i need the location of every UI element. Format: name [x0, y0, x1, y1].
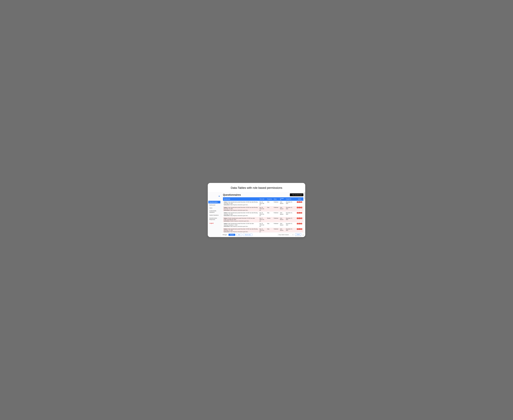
cell-questionnaire: Subject: Daily Questionnaire posted Dece…: [223, 222, 259, 228]
table-row: Subject: Weekly Questionnaire posted Dec…: [223, 217, 303, 222]
sidebar-item-4[interactable]: System Questions: [208, 214, 220, 217]
view-icon[interactable]: [297, 228, 299, 230]
cell-timeLimit: Dec 17, 2022 5:24 pm: [259, 217, 266, 222]
debugger-bar: Debugger Normal Slow Step-by-step Group …: [221, 232, 305, 237]
main-scroll[interactable]: Questionnaires +New Questionnaire Questi…: [221, 192, 305, 232]
table-body: Subject: Daily Questionnaire posted Dece…: [223, 201, 303, 232]
cell-status: Published: [273, 206, 279, 212]
sidebar: ◀ QuestionnairesMy AccountUsersCustomiza…: [208, 192, 221, 237]
cell-timeLimit: Dec 18, 2022 3:42 pm: [259, 206, 266, 212]
table-row: Subject: Daily Questionnaire posted Dece…: [223, 222, 303, 228]
sidebar-item-5[interactable]: Questionnaires Responses: [208, 217, 220, 221]
delete-icon[interactable]: [300, 218, 302, 219]
speed-normal-button[interactable]: Normal: [229, 234, 235, 236]
table-row: Subject: Daily Questionnaire posted Dece…: [223, 211, 303, 217]
col-5[interactable]: Created On: [285, 197, 296, 201]
delete-icon[interactable]: [300, 207, 302, 208]
cell-createdOn: December 10, 2022: [285, 228, 296, 232]
inspect-button[interactable]: Inspect: [295, 233, 301, 235]
cell-frequency: Daily: [266, 228, 273, 232]
cell-createdBy: Infex Biztech: [279, 228, 285, 232]
chevron-down-icon: ▾: [293, 234, 293, 235]
questionnaires-table: QuestionnaireTime LimitFrequencyStatusCr…: [223, 197, 303, 232]
card-title: Data-Tables with role based permissions: [208, 183, 305, 192]
cell-timeLimit: Dec 12, 2022 4:54 pm: [259, 228, 266, 232]
new-questionnaire-button[interactable]: +New Questionnaire: [290, 193, 303, 196]
cell-createdBy: Infex Biztech: [279, 217, 285, 222]
speed-segment: Normal Slow Step-by-step: [229, 234, 253, 236]
sidebar-logout[interactable]: Logout: [208, 222, 220, 225]
cell-timeLimit: Dec 16, 2022 4:43 pm: [259, 222, 266, 228]
cell-actions: [296, 211, 303, 217]
users-icon[interactable]: [299, 201, 300, 203]
col-1[interactable]: Time Limit: [259, 197, 266, 201]
cell-frequency: Daily: [266, 222, 273, 228]
cell-timeLimit: Dec 18, 2022 3:48 pm: [259, 201, 266, 206]
main-panel: Questionnaires +New Questionnaire Questi…: [221, 192, 305, 237]
view-icon[interactable]: [297, 212, 299, 214]
sidebar-item-1[interactable]: My Account: [208, 204, 220, 206]
cell-questionnaire: Subject: Weekly Questionnaire posted Dec…: [223, 217, 259, 222]
sidebar-nav: QuestionnairesMy AccountUsersCustomizabl…: [208, 201, 221, 225]
col-2[interactable]: Frequency: [266, 197, 273, 201]
speed-step-button[interactable]: Step-by-step: [243, 234, 253, 236]
sidebar-item-2[interactable]: Users: [208, 207, 220, 209]
element-select[interactable]: Group Table Container ▾: [278, 234, 294, 236]
cell-status: Published: [273, 201, 279, 206]
col-6[interactable]: Action: [296, 197, 303, 201]
table-row: Subject: Daily Questionnaire posted Dece…: [223, 201, 303, 206]
delete-icon[interactable]: [300, 212, 302, 214]
cell-frequency: Daily: [266, 201, 273, 206]
page-title: Questionnaires: [223, 193, 241, 196]
view-icon[interactable]: [297, 201, 299, 203]
cell-actions: [296, 222, 303, 228]
delete-icon[interactable]: [300, 228, 302, 230]
cell-createdOn: December 16, 2022: [285, 211, 296, 217]
cell-createdOn: December 16, 2022: [285, 201, 296, 206]
cell-timeLimit: Dec 18, 2022 3:24 pm: [259, 211, 266, 217]
cell-frequency: Weekly: [266, 217, 273, 222]
sidebar-item-3[interactable]: Customizable Questions: [208, 210, 220, 214]
users-icon[interactable]: [299, 218, 300, 219]
users-icon[interactable]: [299, 212, 300, 214]
cell-status: Published: [273, 222, 279, 228]
col-3[interactable]: Status: [273, 197, 279, 201]
table-header-row: QuestionnaireTime LimitFrequencyStatusCr…: [223, 197, 303, 201]
col-4[interactable]: Created By: [279, 197, 285, 201]
view-icon[interactable]: [297, 218, 299, 219]
sidebar-item-0[interactable]: Questionnaires: [208, 201, 220, 203]
debugger-label: Debugger: [222, 234, 227, 235]
cell-questionnaire: Subject: Daily Questionnaire posted Dece…: [223, 201, 259, 206]
cell-actions: [296, 228, 303, 232]
cell-createdBy: Infex Biztech: [279, 206, 285, 212]
inspect-hint: Show inspection boxes: [295, 236, 301, 236]
speed-slow-button[interactable]: Slow: [236, 234, 242, 236]
delete-icon[interactable]: [300, 201, 302, 203]
cell-actions: [296, 201, 303, 206]
users-icon[interactable]: [299, 207, 300, 208]
cell-questionnaire: Subject: Daily Questionnaire posted Dece…: [223, 211, 259, 217]
view-icon[interactable]: [297, 207, 299, 208]
col-0[interactable]: Questionnaire: [223, 197, 259, 201]
cell-status: Published: [273, 217, 279, 222]
cell-status: Published: [273, 211, 279, 217]
cell-status: Published: [273, 228, 279, 232]
cell-frequency: Daily: [266, 206, 273, 212]
cell-actions: [296, 217, 303, 222]
view-icon[interactable]: [297, 223, 299, 224]
delete-icon[interactable]: [300, 223, 302, 224]
table-row: Subject: Daily Questionnaire posted Dece…: [223, 206, 303, 212]
users-icon[interactable]: [299, 223, 300, 224]
scrollbar-thumb[interactable]: [304, 192, 305, 200]
collapse-sidebar-icon[interactable]: ◀: [218, 195, 220, 197]
main-header: Questionnaires +New Questionnaire: [223, 193, 303, 196]
users-icon[interactable]: [299, 228, 300, 230]
cell-createdOn: December 16, 2022: [285, 206, 296, 212]
cell-questionnaire: Subject: Daily Questionnaire posted Dece…: [223, 228, 259, 232]
cell-createdBy: Infex Biztech: [279, 211, 285, 217]
cell-actions: [296, 206, 303, 212]
cell-createdBy: Infex Biztech: [279, 222, 285, 228]
cell-createdBy: Infex Biztech: [279, 201, 285, 206]
warning-icon[interactable]: ▲: [302, 234, 304, 236]
app-frame: ◀ QuestionnairesMy AccountUsersCustomiza…: [208, 192, 305, 237]
